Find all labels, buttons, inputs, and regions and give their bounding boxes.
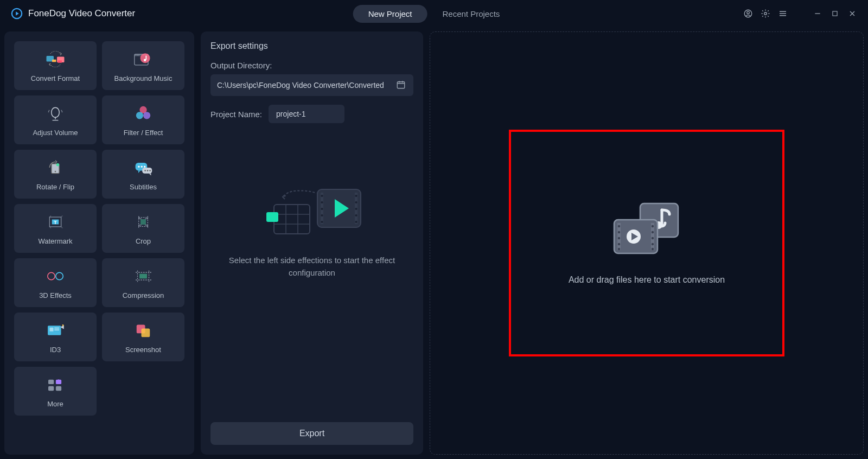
effect-configuration-area: Select the left side effections to start…: [210, 136, 413, 445]
svg-rect-35: [141, 219, 146, 225]
filter-effect-icon: [133, 104, 153, 123]
project-name-label: Project Name:: [210, 110, 262, 119]
account-icon[interactable]: [743, 9, 753, 18]
output-directory-field[interactable]: C:\Users\pc\FoneDog Video Converter\Conv…: [210, 74, 413, 96]
tool-label: Convert Format: [31, 74, 80, 82]
tools-sidebar: Convert Format Background Music Adjust V…: [4, 31, 194, 455]
tool-crop[interactable]: Crop: [102, 204, 184, 253]
rotate-flip-icon: [46, 158, 65, 177]
svg-point-3: [764, 12, 767, 15]
compression-icon: [133, 266, 153, 286]
svg-point-56: [321, 201, 323, 203]
svg-text:T: T: [54, 219, 57, 225]
svg-point-58: [321, 214, 323, 216]
app-brand: FoneDog Video Converter: [11, 8, 135, 20]
output-directory-path: C:\Users\pc\FoneDog Video Converter\Conv…: [217, 81, 396, 90]
tool-label: Adjust Volume: [33, 129, 78, 137]
svg-rect-47: [48, 379, 54, 384]
svg-point-79: [618, 243, 620, 245]
minimize-icon[interactable]: [813, 9, 822, 18]
svg-point-84: [652, 243, 654, 245]
maximize-icon[interactable]: [830, 9, 840, 18]
svg-point-21: [55, 170, 56, 172]
tool-label: ID3: [50, 346, 61, 354]
svg-point-76: [618, 225, 620, 227]
crop-icon: [133, 212, 153, 232]
tool-subtitles[interactable]: Subtitles: [102, 150, 184, 199]
svg-rect-50: [56, 386, 61, 390]
screenshot-icon: [133, 321, 153, 340]
svg-rect-43: [54, 329, 59, 330]
tool-compression[interactable]: Compression: [102, 258, 184, 307]
svg-point-28: [144, 170, 146, 171]
tool-label: Filter / Effect: [124, 129, 163, 137]
more-icon: [46, 375, 65, 394]
svg-point-25: [141, 165, 143, 167]
svg-rect-39: [139, 273, 147, 278]
export-button[interactable]: Export: [210, 422, 413, 445]
tab-new-project[interactable]: New Project: [353, 5, 427, 23]
tool-background-music[interactable]: Background Music: [102, 41, 184, 90]
tool-label: Rotate / Flip: [36, 183, 74, 191]
tool-label: Screenshot: [125, 346, 161, 354]
tool-3d-effects[interactable]: 3D Effects: [14, 258, 97, 307]
svg-rect-51: [397, 82, 405, 88]
output-directory-label: Output Directory:: [210, 61, 413, 70]
close-icon[interactable]: [847, 9, 857, 18]
tool-id3[interactable]: ID3: [14, 313, 97, 361]
tool-watermark[interactable]: T Watermark: [14, 204, 97, 253]
id3-icon: [46, 321, 65, 340]
svg-point-82: [652, 231, 654, 233]
export-settings-title: Export settings: [210, 41, 413, 51]
svg-rect-65: [274, 205, 310, 234]
svg-point-57: [321, 208, 323, 210]
svg-rect-46: [142, 328, 150, 337]
svg-point-14: [141, 53, 150, 63]
project-name-input[interactable]: [269, 105, 344, 123]
svg-point-62: [355, 208, 358, 210]
svg-rect-7: [52, 59, 56, 62]
browse-folder-icon[interactable]: [396, 80, 407, 91]
settings-icon[interactable]: [761, 9, 770, 18]
effect-illustration-icon: [258, 180, 366, 239]
svg-point-12: [137, 54, 138, 55]
tool-filter-effect[interactable]: Filter / Effect: [102, 95, 184, 144]
tool-label: Compression: [123, 291, 164, 299]
svg-point-55: [321, 195, 323, 197]
svg-point-44: [62, 324, 64, 326]
svg-rect-42: [54, 327, 59, 328]
effect-hint-text: Select the left side effections to start…: [210, 254, 413, 279]
svg-point-63: [355, 214, 358, 216]
svg-point-15: [144, 59, 146, 61]
tool-screenshot[interactable]: Screenshot: [102, 313, 184, 361]
drop-zone-hint: Add or drag files here to start conversi…: [569, 275, 725, 285]
svg-point-77: [618, 231, 620, 233]
tool-rotate-flip[interactable]: Rotate / Flip: [14, 150, 97, 199]
svg-point-60: [355, 195, 358, 197]
tool-label: Watermark: [38, 237, 72, 245]
main-tabs: New Project Recent Projects: [353, 0, 515, 27]
svg-rect-4: [833, 11, 837, 16]
tool-more[interactable]: More: [14, 367, 97, 416]
tool-label: Crop: [136, 237, 151, 245]
svg-point-80: [618, 248, 620, 250]
svg-point-2: [747, 11, 750, 14]
svg-point-17: [136, 112, 143, 119]
svg-point-13: [138, 54, 139, 55]
export-settings-panel: Export settings Output Directory: C:\Use…: [201, 31, 423, 455]
svg-point-78: [618, 237, 620, 239]
tool-adjust-volume[interactable]: Adjust Volume: [14, 95, 97, 144]
svg-point-37: [56, 272, 63, 280]
svg-point-85: [652, 248, 654, 250]
tool-label: More: [47, 400, 63, 408]
drop-zone-icon: [612, 201, 681, 256]
menu-icon[interactable]: [778, 9, 788, 18]
svg-rect-8: [58, 60, 62, 63]
tab-recent-projects[interactable]: Recent Projects: [427, 5, 515, 23]
subtitles-icon: [133, 158, 153, 177]
tool-convert-format[interactable]: Convert Format: [14, 41, 97, 90]
svg-rect-41: [50, 327, 54, 331]
tool-label: Subtitles: [130, 183, 157, 191]
drop-zone-highlight: Add or drag files here to start conversi…: [509, 130, 784, 356]
drop-zone-panel[interactable]: Add or drag files here to start conversi…: [430, 31, 864, 455]
